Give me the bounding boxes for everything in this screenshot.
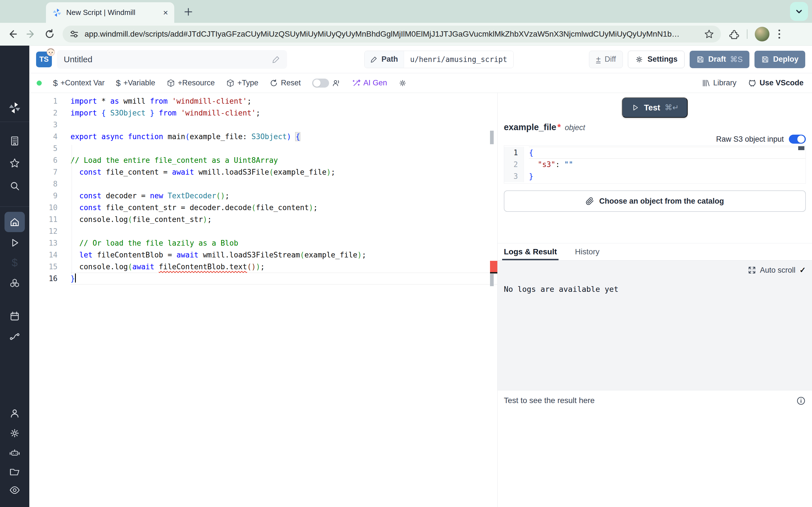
draft-button[interactable]: Draft ⌘S (690, 51, 749, 68)
auto-scroll-label[interactable]: Auto scroll (760, 266, 795, 275)
required-asterisk: * (557, 122, 561, 132)
add-variable-button[interactable]: $ +Variable (116, 78, 155, 88)
raw-s3-toggle[interactable] (789, 135, 806, 144)
sidebar-item-flows[interactable] (0, 331, 29, 342)
code-editor[interactable]: 12345678910111213141516 import * as wmil… (29, 93, 497, 507)
diff-icon: ± (596, 55, 601, 63)
ai-gen-button[interactable]: AI Gen (352, 78, 387, 87)
settings-button[interactable]: Settings (628, 51, 684, 68)
code-line[interactable]: } (70, 273, 497, 284)
tab-history[interactable]: History (575, 243, 599, 260)
extensions-icon[interactable] (728, 29, 740, 40)
sidebar-item-home[interactable] (0, 216, 29, 228)
code-line[interactable]: "s3": "" (529, 159, 806, 170)
logs-panel: Auto scroll ✓ No logs are available yet (498, 261, 812, 390)
code-line[interactable]: const file_content = await wmill.loadS3F… (70, 166, 497, 178)
choose-object-button[interactable]: Choose an object from the catalog (504, 190, 806, 212)
code-line[interactable]: const file_content_str = decoder.decode(… (70, 202, 497, 214)
editor-code-area[interactable]: import * as wmill from 'windmill-client'… (70, 95, 497, 507)
path-value: u/henri/amusing_script (404, 51, 513, 68)
sidebar-item-users[interactable] (0, 408, 29, 419)
arg-name: example_file (504, 122, 556, 132)
result-placeholder: Test to see the result here (504, 396, 595, 405)
code-line[interactable] (70, 119, 497, 131)
url-text[interactable]: app.windmill.dev/scripts/add#JTdCJTIyaGF… (85, 30, 698, 39)
info-icon[interactable] (796, 396, 806, 406)
sidebar-item-workspace[interactable] (0, 135, 29, 147)
editor-settings-button[interactable] (398, 79, 407, 87)
code-line[interactable]: // Load the entire file_content as a Uin… (70, 154, 497, 166)
sidebar-item-resources[interactable] (0, 277, 29, 289)
code-line[interactable]: const decoder = new TextDecoder(); (70, 190, 497, 202)
code-line[interactable]: console.log(file_content_str); (70, 214, 497, 225)
sidebar-item-settings[interactable] (0, 428, 29, 439)
browser-urlbar: app.windmill.dev/scripts/add#JTdCJTIyaGF… (0, 23, 812, 46)
path-button[interactable]: Path u/henri/amusing_script (364, 51, 514, 68)
sidebar-item-folders[interactable] (0, 466, 29, 477)
json-arg-editor[interactable]: 123 { "s3": ""} (504, 145, 806, 184)
add-resource-button[interactable]: +Resource (167, 78, 215, 87)
new-tab-icon[interactable] (183, 6, 194, 17)
sidebar-item-runs[interactable] (0, 237, 29, 248)
library-button[interactable]: Library (702, 78, 737, 87)
code-line[interactable]: import { S3Object } from 'windmill-clien… (70, 107, 497, 119)
forward-icon[interactable] (26, 29, 37, 40)
diff-button[interactable]: ± Diff (589, 51, 623, 68)
reset-button[interactable]: Reset (269, 78, 301, 87)
tab-logs-result[interactable]: Logs & Result (504, 243, 557, 260)
script-name-input[interactable]: Untitled (57, 50, 287, 69)
code-line[interactable]: export async function main(example_file:… (70, 131, 497, 143)
browser-tabstrip: New Script | Windmill × (0, 0, 812, 23)
code-line[interactable] (70, 143, 497, 154)
browser-menu-icon[interactable] (777, 28, 782, 40)
code-line[interactable] (70, 178, 497, 190)
json-editor-code-area[interactable]: { "s3": ""} (524, 147, 806, 182)
browser-tab[interactable]: New Script | Windmill × (46, 2, 174, 23)
sidebar-divider (0, 207, 29, 207)
result-panel: Test to see the result here (498, 390, 812, 507)
profile-avatar[interactable] (755, 27, 769, 41)
json-overview-marker (798, 146, 804, 150)
editor-toolbar: $ +Context Var $ +Variable +Resource +Ty… (29, 73, 812, 93)
code-line[interactable]: { (529, 147, 806, 159)
sidebar-item-schedules[interactable] (0, 311, 29, 322)
refresh-icon (269, 79, 278, 87)
code-line[interactable]: // Or load the file lazily as a Blob (70, 237, 497, 249)
add-type-button[interactable]: +Type (226, 78, 258, 87)
code-line[interactable]: import * as wmill from 'windmill-client'… (70, 95, 497, 107)
deploy-button[interactable]: Deploy (755, 51, 805, 68)
chrome-chevron-button[interactable] (790, 2, 808, 21)
sidebar-item-search[interactable] (0, 180, 29, 191)
play-icon (631, 103, 640, 112)
sidebar-divider (0, 122, 29, 122)
dollar-icon: $ (53, 78, 58, 88)
windmill-favicon-icon (52, 8, 62, 17)
magic-wand-icon (352, 79, 361, 87)
paperclip-icon (586, 197, 594, 205)
windmill-logo-icon[interactable] (0, 101, 29, 114)
code-line[interactable]: let fileContentBlob = await wmill.loadS3… (70, 249, 497, 261)
edit-name-pencil-icon[interactable] (272, 55, 280, 64)
expand-icon[interactable] (748, 266, 756, 274)
reload-icon[interactable] (44, 29, 55, 40)
tab-close-icon[interactable]: × (163, 8, 168, 17)
use-vscode-button[interactable]: Use VScode (748, 78, 804, 88)
sidebar-item-workers[interactable] (0, 447, 29, 459)
back-icon[interactable] (7, 29, 18, 40)
auto-scroll-check-icon[interactable]: ✓ (799, 266, 806, 275)
sidebar-item-audit-logs[interactable] (0, 485, 29, 496)
sidebar-item-variables[interactable]: $ (0, 257, 29, 269)
add-context-var-button[interactable]: $ +Context Var (53, 78, 105, 88)
code-line[interactable]: } (529, 170, 806, 182)
url-input[interactable]: app.windmill.dev/scripts/add#JTdCJTIyaGF… (63, 25, 721, 43)
bookmark-star-icon[interactable] (704, 29, 714, 39)
chrome-separator (747, 29, 748, 39)
status-dot (37, 80, 42, 86)
test-button[interactable]: Test ⌘↵ (622, 98, 688, 118)
code-line[interactable] (70, 225, 497, 237)
logs-result-tabs: Logs & Result History (498, 243, 812, 261)
code-line[interactable]: console.log(await fileContentBlob.text()… (70, 261, 497, 273)
site-settings-icon[interactable] (69, 29, 79, 39)
sidebar-item-favorites[interactable] (0, 158, 29, 169)
multiplayer-toggle[interactable] (312, 78, 329, 88)
